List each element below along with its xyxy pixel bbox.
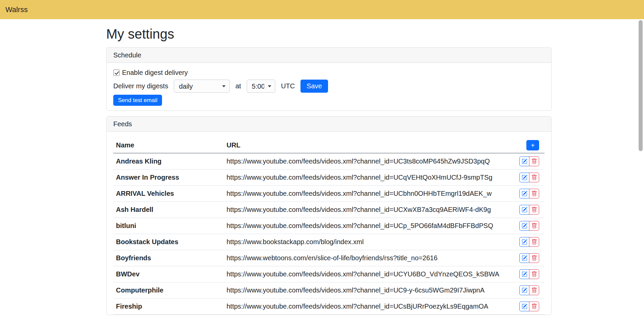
feeds-table-header-row: Name URL + bbox=[113, 138, 545, 153]
feeds-card-body: Name URL + Andreas Kling https://www.you… bbox=[107, 132, 551, 315]
delete-feed-button[interactable] bbox=[529, 173, 539, 182]
digest-time-select[interactable]: 5:00 bbox=[247, 80, 275, 93]
feed-url: https://www.youtube.com/feeds/videos.xml… bbox=[224, 202, 513, 218]
enable-digest-row: Enable digest delivery bbox=[113, 67, 545, 78]
feed-actions-group bbox=[519, 156, 539, 166]
feed-actions-group bbox=[519, 237, 539, 247]
feed-actions bbox=[513, 299, 545, 315]
pencil-square-icon bbox=[522, 207, 527, 213]
delete-feed-button[interactable] bbox=[529, 285, 539, 295]
trash-icon bbox=[531, 255, 537, 261]
delete-feed-button[interactable] bbox=[529, 269, 539, 279]
feed-actions-group bbox=[519, 269, 539, 279]
feed-url: https://www.bookstackapp.com/blog/index.… bbox=[224, 234, 513, 250]
pencil-square-icon bbox=[522, 287, 527, 293]
at-label: at bbox=[235, 82, 241, 90]
edit-feed-button[interactable] bbox=[519, 253, 529, 263]
feed-actions-group bbox=[519, 285, 539, 295]
feed-name: ARRIVAL Vehicles bbox=[113, 186, 224, 202]
time-select-wrap: 5:00 bbox=[247, 80, 275, 93]
table-row: Answer In Progress https://www.youtube.c… bbox=[113, 170, 545, 186]
main-content: My settings Schedule Enable digest deliv… bbox=[106, 19, 552, 315]
feed-url: https://www.youtube.com/feeds/videos.xml… bbox=[224, 282, 513, 299]
pencil-square-icon bbox=[522, 175, 527, 180]
feed-actions-group bbox=[519, 189, 539, 198]
delete-feed-button[interactable] bbox=[529, 302, 539, 311]
trash-icon bbox=[531, 175, 537, 180]
enable-digest-label: Enable digest delivery bbox=[122, 69, 188, 77]
pencil-square-icon bbox=[522, 191, 527, 196]
delete-feed-button[interactable] bbox=[529, 205, 539, 215]
feed-name: Computerphile bbox=[113, 282, 224, 299]
delete-feed-button[interactable] bbox=[529, 156, 539, 166]
digest-frequency-select[interactable]: daily bbox=[174, 80, 230, 93]
feed-url: https://www.youtube.com/feeds/videos.xml… bbox=[224, 299, 513, 315]
feed-actions-group bbox=[519, 173, 539, 182]
feed-actions bbox=[513, 266, 545, 282]
edit-feed-button[interactable] bbox=[519, 173, 529, 182]
edit-feed-button[interactable] bbox=[519, 221, 529, 231]
scrollbar[interactable] bbox=[639, 20, 643, 151]
navbar-brand[interactable]: Walrss bbox=[5, 5, 28, 14]
save-button[interactable]: Save bbox=[300, 80, 328, 93]
feed-actions bbox=[513, 282, 545, 299]
edit-feed-button[interactable] bbox=[519, 302, 529, 311]
delete-feed-button[interactable] bbox=[529, 253, 539, 263]
trash-icon bbox=[531, 239, 537, 245]
feed-actions bbox=[513, 153, 545, 170]
table-row: bitluni https://www.youtube.com/feeds/vi… bbox=[113, 218, 545, 234]
page-title: My settings bbox=[106, 26, 552, 42]
edit-feed-button[interactable] bbox=[519, 285, 529, 295]
table-row: Computerphile https://www.youtube.com/fe… bbox=[113, 282, 545, 299]
pencil-square-icon bbox=[522, 239, 527, 245]
delete-feed-button[interactable] bbox=[529, 189, 539, 198]
delete-feed-button[interactable] bbox=[529, 221, 539, 231]
schedule-card-header: Schedule bbox=[107, 48, 551, 63]
feed-actions-group bbox=[519, 221, 539, 231]
feed-actions bbox=[513, 186, 545, 202]
feed-url: https://www.youtube.com/feeds/videos.xml… bbox=[224, 266, 513, 282]
column-header-name: Name bbox=[113, 138, 224, 153]
feed-url: https://www.youtube.com/feeds/videos.xml… bbox=[224, 218, 513, 234]
trash-icon bbox=[531, 207, 537, 213]
feed-actions-group bbox=[519, 253, 539, 263]
edit-feed-button[interactable] bbox=[519, 205, 529, 215]
feed-actions bbox=[513, 234, 545, 250]
trash-icon bbox=[531, 223, 537, 229]
pencil-square-icon bbox=[522, 304, 527, 309]
feed-actions bbox=[513, 218, 545, 234]
frequency-select-wrap: daily bbox=[174, 80, 230, 93]
schedule-card-body: Enable digest delivery Deliver my digest… bbox=[107, 63, 551, 110]
feeds-table-body: Andreas Kling https://www.youtube.com/fe… bbox=[113, 153, 545, 315]
table-row: Fireship https://www.youtube.com/feeds/v… bbox=[113, 299, 545, 315]
feeds-card-header: Feeds bbox=[107, 117, 551, 132]
feed-name: Answer In Progress bbox=[113, 170, 224, 186]
column-header-actions: + bbox=[513, 138, 545, 153]
feeds-table: Name URL + Andreas Kling https://www.you… bbox=[113, 138, 545, 315]
feed-url: https://www.youtube.com/feeds/videos.xml… bbox=[224, 153, 513, 170]
edit-feed-button[interactable] bbox=[519, 156, 529, 166]
edit-feed-button[interactable] bbox=[519, 237, 529, 247]
schedule-card: Schedule Enable digest delivery Deliver … bbox=[106, 47, 552, 111]
feed-actions bbox=[513, 202, 545, 218]
table-row: Andreas Kling https://www.youtube.com/fe… bbox=[113, 153, 545, 170]
pencil-square-icon bbox=[522, 255, 527, 261]
feed-url: https://www.webtoons.com/en/slice-of-lif… bbox=[224, 250, 513, 266]
enable-digest-checkbox[interactable] bbox=[113, 70, 120, 76]
pencil-square-icon bbox=[522, 223, 527, 229]
table-row: Boyfriends https://www.webtoons.com/en/s… bbox=[113, 250, 545, 266]
trash-icon bbox=[531, 304, 537, 309]
feed-name: Andreas Kling bbox=[113, 153, 224, 170]
feed-name: BWDev bbox=[113, 266, 224, 282]
edit-feed-button[interactable] bbox=[519, 269, 529, 279]
column-header-url: URL bbox=[224, 138, 513, 153]
delete-feed-button[interactable] bbox=[529, 237, 539, 247]
feeds-card: Feeds Name URL + Andreas Kling https://w… bbox=[106, 116, 552, 315]
table-row: ARRIVAL Vehicles https://www.youtube.com… bbox=[113, 186, 545, 202]
edit-feed-button[interactable] bbox=[519, 189, 529, 198]
add-feed-button[interactable]: + bbox=[526, 140, 539, 150]
digest-schedule-row: Deliver my digests daily at 5:00 UTC Sav… bbox=[113, 80, 545, 93]
feed-name: Boyfriends bbox=[113, 250, 224, 266]
send-test-email-button[interactable]: Send test email bbox=[113, 95, 162, 106]
table-row: Ash Hardell https://www.youtube.com/feed… bbox=[113, 202, 545, 218]
